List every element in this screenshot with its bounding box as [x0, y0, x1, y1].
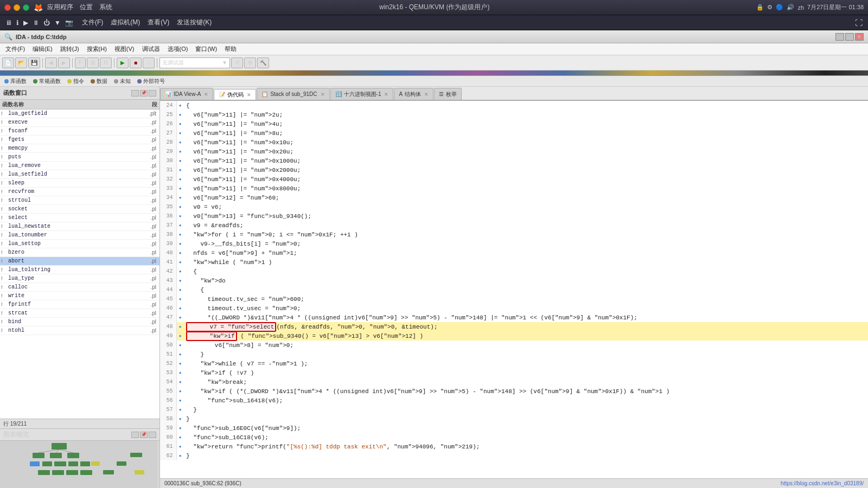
code-line-28[interactable]: 28● v6["num">11] |= "num">0x10u; [160, 138, 868, 147]
forward-btn[interactable]: ▶ [58, 57, 70, 68]
os-menu-places[interactable]: 位置 [80, 3, 93, 12]
tab-ida-view-a[interactable]: 📊 IDA View-A✕ [160, 88, 213, 100]
tab-close-hex-view[interactable]: ✕ [384, 92, 388, 97]
back-btn[interactable]: ◀ [45, 57, 57, 68]
menu-debugger[interactable]: 调试器 [139, 44, 163, 54]
os-menu-system[interactable]: 系统 [99, 3, 112, 12]
code-line-42[interactable]: 42● { [160, 267, 868, 276]
code-line-37[interactable]: 37● v9 = &readfds; [160, 221, 868, 230]
code-line-54[interactable]: 54● "kw">break; [160, 377, 868, 387]
code-line-50[interactable]: 50● v6["num">8] = "num">0; [160, 341, 868, 350]
menu-jump[interactable]: 跳转(J) [57, 44, 82, 54]
code-line-59[interactable]: 59● "func">sub_16E0C(v6["num">9]); [160, 423, 868, 433]
info-icon[interactable]: ℹ [16, 19, 19, 27]
sidebar-item-write[interactable]: f write .pl [0, 292, 159, 300]
tab-pseudocode[interactable]: 📝 伪代码✕ [214, 89, 256, 101]
graph-canvas[interactable] [0, 441, 159, 488]
sidebar-item-select[interactable]: f select .pl [0, 214, 159, 222]
code-line-30[interactable]: 30● v6["num">11] |= "num">0x1000u; [160, 156, 868, 165]
sidebar-float-btn[interactable]: □ [131, 90, 139, 97]
sidebar-item-abort[interactable]: f abort .pl [0, 257, 159, 266]
power-icon[interactable]: ⏻ [43, 19, 50, 27]
code-line-56[interactable]: 56● "func">sub_16418(v6); [160, 396, 868, 405]
sidebar-item-lual_newstate[interactable]: f lual_newstate .pl [0, 222, 159, 231]
sidebar-item-sleep[interactable]: f sleep .pl [0, 179, 159, 188]
code-line-58[interactable]: 58●} [160, 414, 868, 423]
code-line-40[interactable]: 40● nfds = v6["num">9] + "num">1; [160, 248, 868, 258]
tab-close-stack[interactable]: ✕ [321, 92, 325, 97]
sidebar-item-execve[interactable]: f execve .pl [0, 118, 159, 127]
maximize-window-btn[interactable] [23, 4, 29, 11]
stop-btn[interactable]: ■ [130, 57, 142, 68]
code-line-39[interactable]: 39● v9->__fds_bits[i] = "num">0; [160, 239, 868, 248]
sidebar-item-lua_settop[interactable]: f lua_settop .pl [0, 240, 159, 248]
sidebar-item-memcpy[interactable]: f memcpy .pl [0, 144, 159, 153]
menu-search[interactable]: 搜索(H) [84, 44, 110, 54]
code-line-51[interactable]: 51● } [160, 350, 868, 359]
sidebar-item-fgets[interactable]: f fgets .pl [0, 136, 159, 144]
menu-help[interactable]: 帮助 [221, 44, 240, 54]
close-window-btn[interactable] [4, 4, 11, 11]
menu-file[interactable]: 文件(F) [82, 18, 103, 27]
tab-close-pseudocode[interactable]: ✕ [247, 92, 251, 98]
sidebar-item-bzero[interactable]: f bzero .pl [0, 248, 159, 257]
minimize-window-btn[interactable] [14, 4, 20, 11]
window-maximize-icon[interactable]: ⛶ [855, 18, 863, 27]
decompile-btn[interactable]: F [75, 57, 86, 68]
code-line-61[interactable]: 61● "kw">return "func">printf("[%s():%d]… [160, 442, 868, 451]
code-line-62[interactable]: 62●} [160, 451, 868, 460]
code-line-27[interactable]: 27● v6["num">11] |= "num">8u; [160, 129, 868, 138]
sidebar-item-lua_remove[interactable]: f lua_remove .pl [0, 162, 159, 170]
code-line-46[interactable]: 46● timeout.tv_usec = "num">0; [160, 304, 868, 313]
sidebar-item-socket[interactable]: f socket .pl [0, 205, 159, 214]
code-area[interactable]: 24●{25● v6["num">11] |= "num">2u;26● v6[… [160, 101, 868, 478]
run-btn[interactable]: ▶ [117, 57, 129, 68]
sidebar-item-recvfrom[interactable]: f recvfrom .pl [0, 188, 159, 196]
sidebar-item-strtoul[interactable]: f strtoul .pl [0, 196, 159, 205]
code-line-43[interactable]: 43● "kw">do [160, 276, 868, 285]
save-btn[interactable]: 💾 [28, 57, 40, 68]
tab-structures[interactable]: A 结构体✕ [394, 88, 433, 100]
function-list[interactable]: f lua_getfield .plt f execve .pl f fscan… [0, 110, 159, 419]
code-line-31[interactable]: 31● v6["num">11] |= "num">0x2000u; [160, 165, 868, 175]
new-btn[interactable]: 📄 [2, 57, 14, 68]
sidebar-item-lua_tolstring[interactable]: f lua_tolstring .pl [0, 266, 159, 274]
monitor-icon[interactable]: 🖥 [5, 19, 12, 27]
sidebar-item-bind[interactable]: f bind .pl [0, 318, 159, 326]
menu-view[interactable]: 查看(V) [148, 18, 169, 27]
code-line-57[interactable]: 57● } [160, 405, 868, 414]
menu-sendkey[interactable]: 发送按键(K) [177, 18, 212, 27]
debug-dropdown-container[interactable]: 无调试器 ▼ [159, 57, 230, 68]
code-line-53[interactable]: 53● "kw">if ( !v7 ) [160, 368, 868, 377]
menu-file[interactable]: 文件(F) [2, 44, 28, 54]
menu-view[interactable]: 视图(V) [111, 44, 138, 54]
code-line-45[interactable]: 45● timeout.tv_sec = "num">600; [160, 294, 868, 304]
code-line-55[interactable]: 55● "kw">if ( (*(_DWORD *)&v11["num">4 *… [160, 387, 868, 396]
tab-stack[interactable]: 📋 Stack of sub_91DC✕ [257, 88, 329, 100]
code-line-60[interactable]: 60● "func">sub_16C18(v6); [160, 433, 868, 442]
sidebar-lock-btn[interactable]: 📌 [140, 90, 148, 97]
ida-restore-btn[interactable]: □ [845, 33, 854, 41]
graph-lock-btn[interactable]: 📌 [140, 432, 148, 438]
sidebar-item-lua_setfield[interactable]: f lua_setfield .pl [0, 170, 159, 179]
code-line-29[interactable]: 29● v6["num">11] |= "num">0x20u; [160, 147, 868, 156]
sidebar-item-fscanf[interactable]: f fscanf .pl [0, 127, 159, 136]
hex-btn[interactable]: H [100, 57, 112, 68]
ida-minimize-btn[interactable]: ─ [835, 33, 844, 41]
code-line-32[interactable]: 32● v6["num">11] |= "num">0x4000u; [160, 175, 868, 184]
menu-window[interactable]: 窗口(W) [192, 44, 220, 54]
code-line-44[interactable]: 44● { [160, 285, 868, 294]
menu-vm[interactable]: 虚拟机(M) [111, 18, 140, 27]
code-line-33[interactable]: 33● v6["num">11] |= "num">0x8000u; [160, 184, 868, 193]
code-line-35[interactable]: 35● v0 = v6; [160, 202, 868, 211]
code-line-24[interactable]: 24●{ [160, 101, 868, 110]
sidebar-item-lua_getfield[interactable]: f lua_getfield .plt [0, 110, 159, 118]
code-line-48[interactable]: 48● v7 = "func">select(nfds, &readfds, "… [160, 322, 868, 331]
patch-btn[interactable]: 🔨 [257, 57, 269, 68]
step-btn[interactable]: ↓ [143, 57, 155, 68]
code-line-25[interactable]: 25● v6["num">11] |= "num">2u; [160, 110, 868, 119]
graph-btn[interactable]: ⊞ [87, 57, 99, 68]
code-line-36[interactable]: 36● v0["num">13] = "func">sub_9340(); [160, 211, 868, 221]
refresh-btn[interactable]: ↺ [231, 57, 243, 68]
screenshot-icon[interactable]: 📷 [65, 19, 73, 27]
